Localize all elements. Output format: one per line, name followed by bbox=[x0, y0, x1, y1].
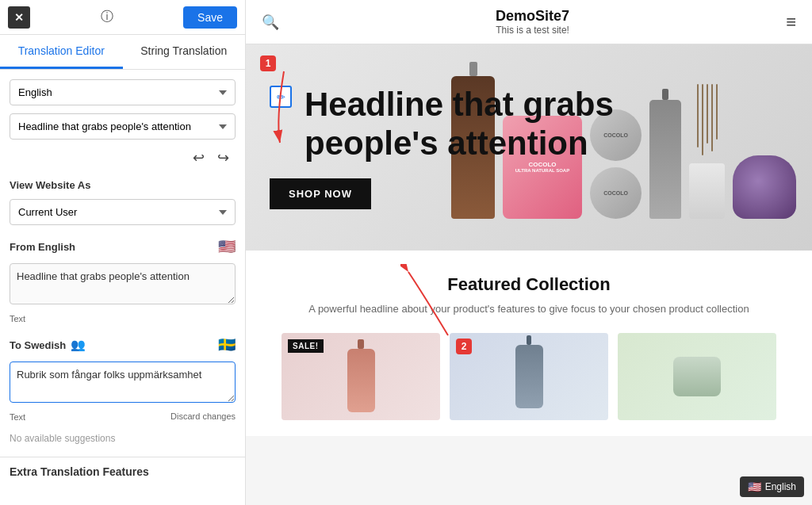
shop-now-button[interactable]: SHOP NOW bbox=[270, 178, 371, 209]
site-subtitle: This is a test site! bbox=[496, 25, 569, 36]
tabs-row: Translation Editor String Translation bbox=[0, 35, 245, 70]
hero-headline-line1: Headline that grabs bbox=[304, 86, 614, 124]
hero-headline-wrapper: ✏ Headline that grabs people's attention bbox=[270, 86, 614, 163]
to-swedish-row: To Swedish 👥 🇸🇪 bbox=[10, 336, 236, 354]
discard-changes-link[interactable]: Discard changes bbox=[170, 411, 236, 421]
featured-title: Featured Collection bbox=[262, 274, 796, 295]
menu-icon[interactable]: ≡ bbox=[786, 12, 796, 33]
product-card-2 bbox=[450, 333, 608, 420]
lavender-bunch bbox=[733, 155, 796, 219]
annotation-2-arrow bbox=[400, 264, 464, 343]
featured-section: Featured Collection A powerful headline … bbox=[246, 251, 812, 436]
view-website-as-label: View Website As bbox=[10, 179, 236, 191]
info-button[interactable]: ⓘ bbox=[96, 6, 118, 29]
site-title: DemoSite7 bbox=[496, 8, 569, 25]
reed-3 bbox=[707, 84, 708, 143]
product-bottle-tall2 bbox=[649, 100, 681, 219]
reed-4 bbox=[711, 84, 713, 151]
left-panel: ✕ ⓘ Save Translation Editor String Trans… bbox=[0, 0, 246, 505]
reed-2 bbox=[702, 84, 703, 155]
english-badge-label: English bbox=[765, 481, 796, 492]
panel-content: English Headline that grabs people's att… bbox=[0, 70, 245, 453]
right-panel: 🔍 DemoSite7 This is a test site! ≡ 1 ✏ bbox=[246, 0, 812, 505]
search-icon[interactable]: 🔍 bbox=[262, 13, 279, 31]
hero-edit-button[interactable]: ✏ bbox=[270, 86, 292, 108]
product-card-3 bbox=[618, 333, 776, 420]
ai-icon: 👥 bbox=[71, 338, 86, 352]
redo-button[interactable]: ↪ bbox=[214, 147, 232, 168]
product-cards: SALE! bbox=[262, 333, 796, 420]
undo-redo-row: ↩ ↪ bbox=[10, 147, 236, 168]
reed-5 bbox=[716, 84, 718, 140]
to-swedish-flag: 🇸🇪 bbox=[218, 336, 236, 354]
annotation-2: 2 bbox=[400, 264, 464, 346]
hero-headline-text: Headline that grabs people's attention bbox=[304, 86, 614, 163]
tab-translation-editor[interactable]: Translation Editor bbox=[0, 35, 123, 69]
product-card-img-2 bbox=[450, 333, 608, 420]
top-bar: ✕ ⓘ Save bbox=[0, 0, 245, 35]
suggestions-text: No available suggestions bbox=[10, 433, 236, 444]
featured-subtitle: A powerful headline about your product's… bbox=[307, 301, 751, 317]
site-title-block: DemoSite7 This is a test site! bbox=[496, 8, 569, 36]
from-english-row: From English 🇺🇸 bbox=[10, 238, 236, 255]
english-badge-flag: 🇺🇸 bbox=[748, 480, 761, 493]
from-english-textarea[interactable] bbox=[10, 263, 236, 304]
annotation-1: 1 bbox=[260, 55, 276, 71]
reeds bbox=[697, 84, 718, 155]
hero-headline-line2: people's attention bbox=[304, 124, 614, 163]
english-badge[interactable]: 🇺🇸 English bbox=[740, 476, 804, 497]
sale-badge: SALE! bbox=[288, 339, 324, 353]
close-button[interactable]: ✕ bbox=[8, 6, 30, 29]
language-dropdown[interactable]: English bbox=[10, 79, 236, 105]
product-card-img-3 bbox=[618, 333, 776, 420]
annotation-1-badge: 1 bbox=[260, 55, 276, 71]
reed-diffuser bbox=[689, 163, 725, 219]
to-swedish-field-type: Text bbox=[10, 412, 25, 422]
string-dropdown[interactable]: Headline that grabs people's attention bbox=[10, 113, 236, 140]
extra-features-label: Extra Translation Features bbox=[0, 457, 245, 481]
tab-string-translation[interactable]: String Translation bbox=[123, 35, 246, 69]
from-english-flag: 🇺🇸 bbox=[218, 238, 236, 255]
annotation-2-badge: 2 bbox=[456, 339, 472, 354]
from-english-label: From English bbox=[10, 241, 75, 253]
site-header: 🔍 DemoSite7 This is a test site! ≡ bbox=[246, 0, 812, 44]
hero-content: ✏ Headline that grabs people's attention… bbox=[246, 62, 638, 233]
undo-button[interactable]: ↩ bbox=[190, 147, 208, 168]
from-english-field-type: Text bbox=[10, 314, 236, 323]
to-swedish-label: To Swedish bbox=[10, 339, 66, 351]
to-swedish-textarea[interactable] bbox=[10, 362, 236, 403]
save-button[interactable]: Save bbox=[183, 6, 237, 29]
reed-1 bbox=[697, 84, 699, 147]
hero-section: 1 ✏ Headline that grabs people's attenti… bbox=[246, 44, 812, 251]
view-website-as-dropdown[interactable]: Current User bbox=[10, 199, 236, 225]
